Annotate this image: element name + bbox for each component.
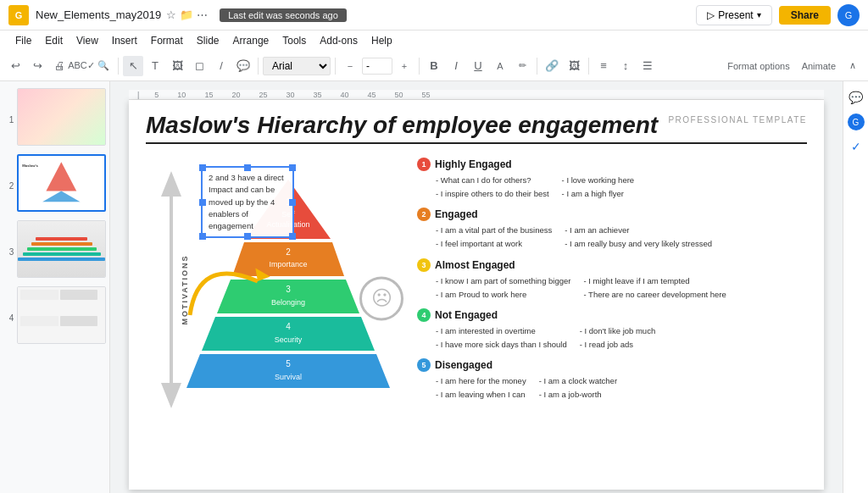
menu-slide[interactable]: Slide [190, 33, 226, 48]
undo-button[interactable]: ↩ [5, 56, 25, 76]
menu-help[interactable]: Help [364, 33, 399, 48]
handle-ml[interactable] [199, 199, 206, 206]
engagement-col2-5: - I am a clock watcher - I am a job-wort… [539, 374, 617, 402]
engagement-col2-1: - I love working here - I am a high flye… [562, 174, 635, 201]
svg-marker-6 [250, 269, 270, 285]
engagement-circle-5: 5 [417, 358, 431, 372]
font-size-up-button[interactable]: + [394, 56, 415, 76]
menu-edit[interactable]: Edit [38, 33, 70, 48]
share-button[interactable]: Share [779, 6, 831, 25]
toolbar-sep-1 [118, 58, 119, 75]
align-button[interactable]: ≡ [593, 56, 614, 76]
engagement-circle-1: 1 [417, 158, 431, 171]
engagement-col1-5: - I am here for the money - I am leaving… [436, 374, 526, 402]
yellow-arrow [181, 239, 283, 324]
toolbar-collapse-button[interactable]: ∧ [843, 56, 863, 76]
font-size-down-button[interactable]: − [340, 56, 360, 76]
menu-view[interactable]: View [70, 33, 105, 48]
underline-button[interactable]: U [468, 56, 488, 76]
horizontal-ruler: | 5 10 15 20 25 30 35 40 45 50 55 [129, 90, 824, 100]
selected-textbox[interactable]: 2 and 3 have a direct Impact and can be … [201, 166, 294, 238]
engagement-item-5: 5 Disengaged - I am here for the money -… [417, 358, 815, 402]
slide-divider [146, 142, 807, 144]
explore-icon[interactable]: G [848, 114, 865, 130]
image2-button[interactable]: 🖼 [564, 56, 584, 76]
handle-tm[interactable] [244, 164, 251, 171]
spell-check-button[interactable]: ABC✓ [71, 56, 92, 76]
font-family-select[interactable]: Arial [263, 57, 331, 75]
engagement-circle-4: 4 [417, 308, 431, 322]
drive-icon[interactable]: 📁 [180, 8, 193, 21]
engagement-col1-3: - I know I am part of something bigger -… [436, 274, 570, 302]
redo-button[interactable]: ↪ [27, 56, 47, 76]
menu-tools[interactable]: Tools [275, 33, 313, 48]
slide-thumbnail-1[interactable] [17, 88, 106, 146]
list-button[interactable]: ☰ [637, 56, 658, 76]
handle-tr[interactable] [289, 164, 296, 171]
slide-thumbnail-3[interactable] [17, 220, 106, 278]
line-button[interactable]: / [211, 56, 231, 76]
engagement-title-5: Disengaged [435, 359, 492, 371]
slide-thumb-container-1: 1 [3, 88, 106, 151]
line-spacing-button[interactable]: ↕ [615, 56, 636, 76]
engagement-col1-2: - I am a vital part of the business - I … [436, 224, 552, 251]
highlight-button[interactable]: ✏ [512, 56, 532, 76]
handle-bl[interactable] [199, 233, 206, 240]
link-button[interactable]: 🔗 [542, 56, 562, 76]
handle-bm[interactable] [244, 233, 251, 240]
right-panel: 💬 G ✓ [843, 81, 868, 493]
slide-number-2: 2 [3, 181, 14, 191]
menu-addons[interactable]: Add-ons [313, 33, 364, 48]
handle-br[interactable] [289, 233, 296, 240]
engagement-item-1: 1 Highly Engaged - What can I do for oth… [417, 158, 815, 201]
bold-button[interactable]: B [424, 56, 444, 76]
present-button[interactable]: ▷ Present ▾ [696, 5, 771, 25]
svg-text:5: 5 [286, 359, 291, 368]
svg-marker-5 [161, 383, 181, 408]
format-options-button[interactable]: Format options [722, 59, 794, 73]
handle-tl[interactable] [199, 164, 206, 171]
pro-template-label: PROFESSIONAL TEMPLATE [668, 115, 807, 125]
menu-format[interactable]: Format [144, 33, 190, 48]
file-title[interactable]: New_Elements_may2019 [36, 8, 161, 21]
svg-text:3: 3 [286, 285, 291, 294]
menu-bar: File Edit View Insert Format Slide Arran… [0, 30, 868, 51]
comment-button[interactable]: 💬 [233, 56, 253, 76]
svg-text:Maslow's: Maslow's [23, 163, 39, 168]
animate-button[interactable]: Animate [797, 59, 841, 73]
star-icon[interactable]: ☆ [166, 8, 176, 21]
cursor-button[interactable]: ↖ [123, 56, 143, 76]
engagement-col2-2: - I am an achiever - I am really busy an… [565, 224, 712, 251]
menu-insert[interactable]: Insert [105, 33, 144, 48]
menu-file[interactable]: File [8, 33, 38, 48]
menu-arrange[interactable]: Arrange [226, 33, 276, 48]
italic-button[interactable]: I [446, 56, 466, 76]
engagement-col2-4: - I don't like job much - I read job ads [580, 324, 655, 352]
engagement-item-2: 2 Engaged - I am a vital part of the bus… [417, 208, 815, 251]
slide-title: Maslow's Hierarchy of employee engagemen… [146, 112, 658, 138]
slide-canvas: Maslow's Hierarchy of employee engagemen… [129, 100, 824, 490]
avatar[interactable]: G [837, 4, 860, 26]
slide-thumbnail-4[interactable] [17, 286, 106, 344]
slide-thumb-container-2: 2 Maslow's [3, 154, 106, 217]
image-button[interactable]: 🖼 [167, 56, 187, 76]
dots-icon[interactable]: ⋯ [197, 8, 208, 21]
shapes-button[interactable]: ◻ [189, 56, 209, 76]
chat-icon[interactable]: 💬 [847, 88, 865, 107]
zoom-button[interactable]: 🔍 [93, 56, 114, 76]
slide-panel: 1 2 Maslow's 3 [0, 81, 110, 493]
slide-thumbnail-2[interactable]: Maslow's [17, 154, 106, 212]
up-down-arrow [161, 171, 181, 408]
font-color-button[interactable]: A [490, 56, 510, 76]
top-bar: G New_Elements_may2019 ☆ 📁 ⋯ Last edit w… [0, 0, 868, 30]
text-button[interactable]: T [145, 56, 165, 76]
toolbar-sep-5 [537, 58, 537, 75]
svg-marker-1 [43, 191, 81, 202]
print-button[interactable]: 🖨 [49, 56, 70, 76]
check-icon[interactable]: ✓ [847, 137, 865, 156]
slide-number-4: 4 [3, 313, 14, 323]
handle-mr[interactable] [289, 199, 296, 206]
font-size-input[interactable] [362, 58, 392, 75]
toolbar-sep-3 [335, 58, 336, 75]
engagement-title-4: Not Engaged [435, 309, 498, 321]
